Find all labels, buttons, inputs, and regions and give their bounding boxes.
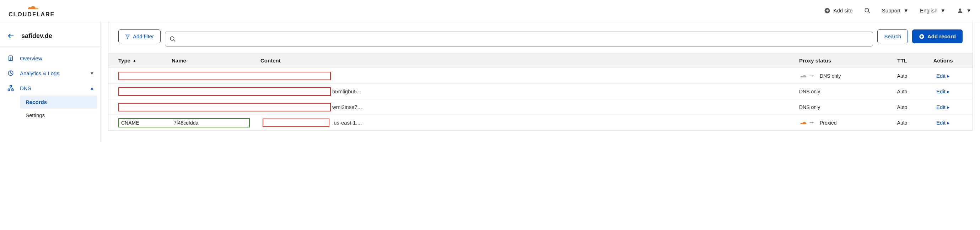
column-header-content[interactable]: Content [261, 57, 799, 63]
caret-right-icon: ▸ [947, 104, 950, 110]
cell-proxy: → Proxied [799, 119, 881, 126]
search-icon [170, 36, 176, 42]
caret-down-icon: ▼ [903, 8, 908, 13]
table-row: b5mligbu5... DNS only Auto Edit▸ [108, 84, 972, 99]
sidebar-subitem-records[interactable]: Records [20, 95, 97, 109]
cell-proxy: → DNS only [799, 72, 881, 79]
pie-chart-icon [8, 70, 14, 76]
highlighted-box: CNAME 7f48cdfdda [118, 118, 250, 127]
arrow-icon: → [808, 72, 815, 79]
cell-proxy: DNS only [799, 104, 881, 110]
sidebar-item-label: DNS [20, 85, 31, 91]
plus-circle-icon [824, 8, 830, 14]
search-input-wrap[interactable] [165, 32, 873, 46]
svg-point-3 [959, 8, 961, 11]
column-header-ttl[interactable]: TTL [881, 57, 923, 63]
svg-line-2 [868, 11, 870, 13]
svg-marker-17 [126, 35, 130, 39]
plus-circle-icon [919, 34, 924, 40]
cell-ttl: Auto [881, 120, 923, 126]
caret-right-icon: ▸ [947, 73, 950, 79]
cloudflare-logo[interactable]: CLOUDFLARE [8, 3, 55, 18]
add-filter-button[interactable]: Add filter [118, 29, 161, 43]
support-dropdown[interactable]: Support ▼ [882, 8, 908, 13]
svg-rect-10 [10, 86, 12, 87]
cell-ttl: Auto [881, 104, 923, 110]
sidebar-item-overview[interactable]: Overview [0, 51, 100, 66]
cell-type: CNAME [121, 120, 174, 126]
redacted-box [262, 119, 329, 127]
caret-right-icon: ▸ [947, 120, 950, 126]
column-header-name[interactable]: Name [172, 57, 261, 63]
domain-name[interactable]: safidev.de [21, 32, 52, 40]
edit-button[interactable]: Edit▸ [936, 73, 950, 79]
sidebar-item-analytics[interactable]: Analytics & Logs ▾ [0, 66, 100, 81]
caret-right-icon: ▸ [947, 88, 950, 95]
dns-records-table: Type ▲ Name Content Proxy status TTL Act… [108, 53, 972, 131]
cell-ttl: Auto [881, 89, 923, 94]
cell-content: wmi2inse7... [331, 104, 799, 110]
cell-content: .us-east-1.... [331, 120, 799, 126]
sidebar-item-label: Overview [20, 56, 42, 62]
cloud-gray-icon [799, 73, 808, 79]
cloud-orange-icon [799, 120, 808, 126]
table-row: → DNS only Auto Edit▸ [108, 68, 972, 84]
search-icon [864, 8, 870, 14]
search-input[interactable] [179, 36, 869, 42]
redacted-box [118, 72, 331, 80]
table-row: CNAME 7f48cdfdda .us-east-1.... → Proxie… [108, 115, 972, 131]
svg-rect-11 [8, 89, 10, 91]
svg-rect-12 [12, 89, 13, 91]
edit-button[interactable]: Edit▸ [936, 104, 950, 110]
column-header-actions: Actions [923, 57, 963, 63]
edit-button[interactable]: Edit▸ [936, 88, 950, 95]
network-icon [8, 85, 14, 91]
cell-proxy: DNS only [799, 89, 881, 94]
caret-down-icon: ▼ [966, 8, 972, 13]
cell-content: b5mligbu5... [331, 88, 799, 94]
cloud-icon [24, 3, 40, 11]
caret-down-icon: ▾ [91, 70, 94, 76]
back-arrow-icon[interactable] [7, 32, 15, 40]
clipboard-icon [8, 55, 14, 62]
sort-asc-icon: ▲ [132, 59, 137, 63]
svg-point-1 [865, 8, 869, 12]
add-record-button[interactable]: Add record [912, 29, 963, 43]
caret-down-icon: ▼ [940, 8, 945, 13]
svg-line-19 [173, 40, 175, 41]
sidebar-subitem-settings[interactable]: Settings [20, 109, 100, 122]
logo-text: CLOUDFLARE [8, 11, 55, 18]
language-dropdown[interactable]: English ▼ [920, 8, 945, 13]
table-header: Type ▲ Name Content Proxy status TTL Act… [108, 53, 972, 68]
search-button[interactable]: Search [877, 29, 908, 43]
header-search-button[interactable] [864, 8, 870, 14]
cell-name: 7f48cdfdda [174, 120, 198, 126]
add-site-button[interactable]: Add site [824, 8, 853, 14]
filter-icon [125, 34, 130, 39]
redacted-box [118, 87, 331, 96]
column-header-proxy[interactable]: Proxy status [799, 57, 881, 63]
caret-up-icon: ▴ [91, 85, 94, 91]
column-header-type[interactable]: Type ▲ [118, 57, 172, 63]
cell-ttl: Auto [881, 73, 923, 79]
account-dropdown[interactable]: ▼ [957, 8, 972, 14]
user-icon [957, 8, 963, 14]
redacted-box [118, 103, 331, 111]
sidebar-item-label: Analytics & Logs [20, 70, 59, 76]
arrow-icon: → [808, 119, 815, 126]
svg-point-18 [170, 36, 174, 40]
edit-button[interactable]: Edit▸ [936, 120, 950, 126]
table-row: wmi2inse7... DNS only Auto Edit▸ [108, 99, 972, 115]
sidebar-item-dns[interactable]: DNS ▴ [0, 81, 100, 95]
